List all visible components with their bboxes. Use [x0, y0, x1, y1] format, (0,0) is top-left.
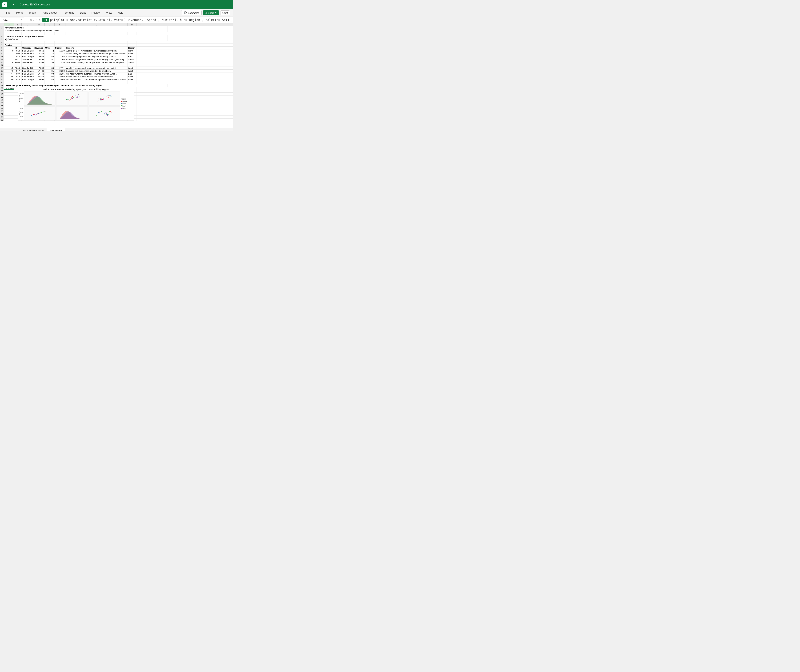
cell[interactable]: [148, 29, 155, 32]
row-header[interactable]: 27: [0, 101, 4, 104]
cell[interactable]: [22, 44, 34, 46]
cell[interactable]: ...: [34, 64, 45, 67]
cell[interactable]: [155, 84, 168, 87]
cell[interactable]: [178, 29, 188, 32]
cell[interactable]: [4, 46, 14, 49]
cell[interactable]: [199, 38, 233, 41]
cell[interactable]: [155, 38, 168, 41]
cell[interactable]: [66, 81, 128, 84]
row-header[interactable]: 21: [0, 84, 4, 87]
share-button[interactable]: ⎋ Share ▾: [203, 10, 219, 15]
cell[interactable]: Reviews: [66, 46, 128, 49]
cell[interactable]: [4, 107, 14, 110]
cell[interactable]: ...: [22, 64, 34, 67]
tab-data[interactable]: Data: [77, 10, 89, 16]
cell[interactable]: [136, 55, 145, 58]
cell[interactable]: [145, 32, 155, 35]
row-header[interactable]: 10: [0, 52, 4, 55]
cell[interactable]: West: [128, 52, 136, 55]
cell[interactable]: 20,257: [34, 75, 45, 78]
cell[interactable]: [145, 113, 155, 115]
cell[interactable]: 1,195: [54, 55, 66, 58]
cell[interactable]: [128, 81, 136, 84]
cell[interactable]: 3: [4, 58, 14, 61]
cell[interactable]: ID: [14, 46, 22, 49]
confirm-icon[interactable]: ✓: [32, 18, 35, 22]
cell[interactable]: [4, 81, 14, 84]
cell[interactable]: Standard Charger: [22, 75, 34, 78]
cell[interactable]: [145, 104, 155, 107]
cell[interactable]: 56: [45, 55, 54, 58]
row-header[interactable]: 3: [0, 32, 4, 35]
cell[interactable]: ...: [45, 64, 54, 67]
cell[interactable]: [199, 29, 233, 32]
cell[interactable]: 2,233: [54, 70, 66, 72]
cell[interactable]: [188, 84, 199, 87]
catchup-button[interactable]: ⎋ Cat: [220, 10, 230, 15]
cell[interactable]: [4, 113, 14, 115]
row-header[interactable]: 7: [0, 44, 4, 46]
cancel-icon[interactable]: ✕: [29, 18, 32, 22]
cell[interactable]: East: [128, 55, 136, 58]
cell[interactable]: [66, 41, 128, 43]
cell[interactable]: [128, 41, 136, 43]
cell[interactable]: [178, 35, 188, 38]
row-header[interactable]: 5: [0, 38, 4, 41]
cell[interactable]: [178, 84, 188, 87]
tab-view[interactable]: View: [103, 10, 115, 16]
cell[interactable]: [199, 35, 233, 38]
quick-access-dropdown[interactable]: ▾: [13, 3, 14, 6]
cell[interactable]: [145, 98, 155, 101]
cell[interactable]: P012: [14, 55, 22, 58]
cell[interactable]: 1,310: [54, 50, 66, 52]
column-header-a[interactable]: A: [4, 23, 14, 26]
row-header[interactable]: 22: [0, 87, 4, 90]
tab-file[interactable]: File: [3, 10, 13, 16]
cell[interactable]: 1: [4, 52, 14, 55]
cell[interactable]: [148, 35, 155, 38]
cell[interactable]: Fast Charger: [22, 70, 34, 72]
cell[interactable]: 10,256: [34, 52, 45, 55]
cell[interactable]: Preview: [4, 44, 14, 46]
cell[interactable]: [136, 52, 145, 55]
minimize-icon[interactable]: [228, 5, 230, 5]
tab-review[interactable]: Review: [89, 10, 103, 16]
tab-scroll-left[interactable]: ‹: [2, 129, 6, 131]
tab-formulas[interactable]: Formulas: [60, 10, 77, 16]
cell[interactable]: 1,206: [54, 58, 66, 61]
row-header[interactable]: 20: [0, 81, 4, 84]
cell[interactable]: [4, 104, 14, 107]
cell[interactable]: [4, 32, 14, 35]
cell[interactable]: [155, 29, 168, 32]
cell[interactable]: [136, 96, 145, 98]
cell[interactable]: 56: [45, 78, 54, 81]
row-header[interactable]: 12: [0, 58, 4, 61]
cell[interactable]: [136, 64, 145, 67]
cell[interactable]: 2,285: [54, 72, 66, 75]
cell[interactable]: [136, 87, 145, 90]
cell[interactable]: South: [128, 58, 136, 61]
chevron-down-icon[interactable]: ▼: [20, 19, 22, 21]
column-header-e[interactable]: E: [45, 23, 54, 26]
cell[interactable]: [145, 44, 155, 46]
cell[interactable]: [128, 32, 136, 35]
cell[interactable]: It's an average product. Nothing extraor…: [66, 55, 128, 58]
cell[interactable]: Load data from EV Charger Data, Table1: [4, 35, 148, 38]
cell[interactable]: P037: [14, 72, 22, 75]
column-header-j[interactable]: J: [145, 23, 155, 26]
cell[interactable]: [145, 87, 155, 90]
cell[interactable]: [45, 32, 54, 35]
cell[interactable]: 1,220: [54, 61, 66, 64]
cell[interactable]: [14, 32, 22, 35]
cell[interactable]: Fast Charger: [22, 78, 34, 81]
cell[interactable]: [34, 41, 45, 43]
cell[interactable]: [136, 61, 145, 64]
cell[interactable]: [188, 35, 199, 38]
comments-button[interactable]: 💬 Comments: [181, 10, 202, 15]
cell[interactable]: 1,214: [54, 52, 66, 55]
cell[interactable]: [199, 84, 233, 87]
cell[interactable]: [14, 44, 22, 46]
cell[interactable]: [4, 96, 14, 98]
cell[interactable]: [136, 46, 145, 49]
cell[interactable]: [178, 26, 188, 29]
